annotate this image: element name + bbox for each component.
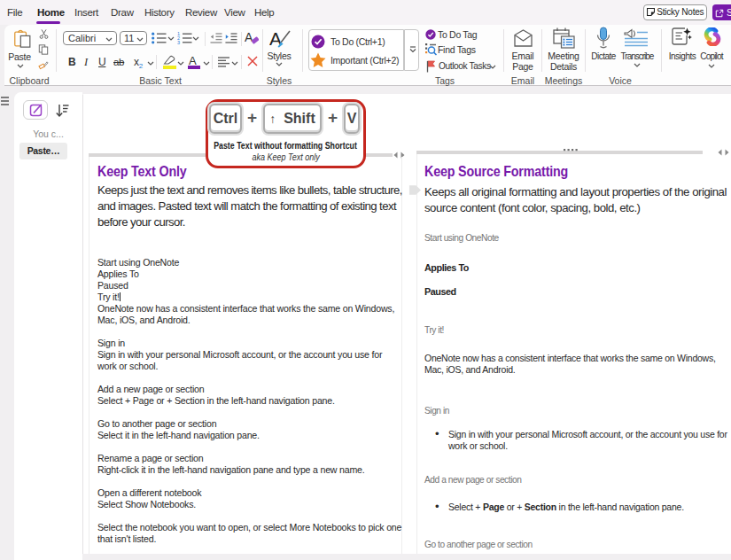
svg-text:A: A [245, 30, 253, 44]
svg-text:3: 3 [177, 40, 180, 44]
